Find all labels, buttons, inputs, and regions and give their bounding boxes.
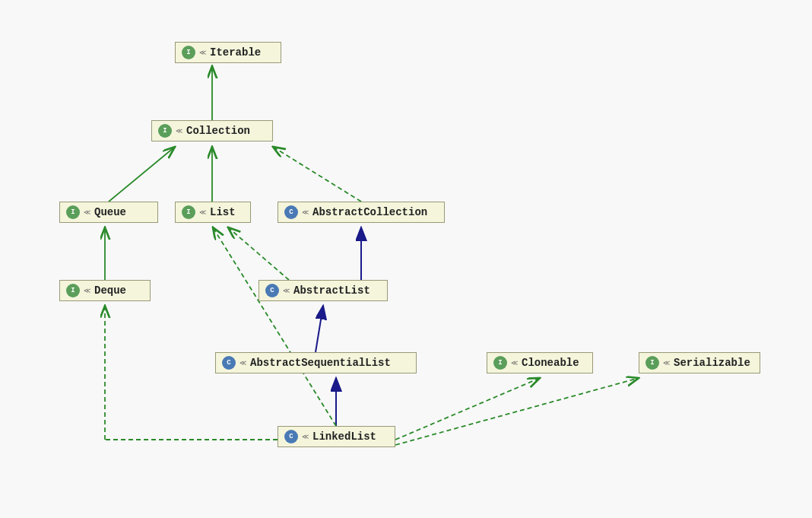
svg-line-12 [213, 227, 336, 426]
node-collection[interactable]: I ≪ Collection [151, 120, 273, 141]
badge-deque: I [66, 284, 80, 297]
label-collection: Collection [186, 125, 250, 137]
label-abstract-sequential-list: AbstractSequentialList [250, 357, 391, 369]
node-queue[interactable]: I ≪ Queue [59, 202, 158, 223]
badge-iterable: I [182, 46, 195, 59]
badge-abstract-list: C [265, 284, 279, 297]
badge-abstract-sequential-list: C [222, 356, 236, 370]
svg-line-13 [395, 378, 540, 440]
badge-queue: I [66, 205, 80, 219]
node-abstract-collection[interactable]: C ≪ AbstractCollection [278, 202, 445, 223]
label-abstract-collection: AbstractCollection [312, 206, 427, 218]
diagram-container: I ≪ Iterable I ≪ Collection I ≪ Queue I … [0, 0, 812, 518]
badge-serializable: I [645, 356, 659, 370]
node-serializable[interactable]: I ≪ Serializable [639, 352, 760, 373]
svg-line-6 [228, 227, 289, 280]
label-iterable: Iterable [210, 46, 261, 59]
label-list: List [210, 206, 236, 218]
label-queue: Queue [94, 206, 126, 218]
node-linked-list[interactable]: C ≪ LinkedList [278, 426, 395, 447]
badge-abstract-collection: C [284, 205, 298, 219]
badge-collection: I [158, 124, 172, 138]
label-abstract-list: AbstractList [293, 284, 370, 297]
badge-list: I [182, 205, 195, 219]
node-abstract-sequential-list[interactable]: C ≪ AbstractSequentialList [215, 352, 417, 373]
node-deque[interactable]: I ≪ Deque [59, 280, 151, 301]
svg-line-4 [273, 147, 361, 202]
node-list[interactable]: I ≪ List [175, 202, 251, 223]
svg-line-2 [109, 147, 175, 202]
label-serializable: Serializable [674, 357, 750, 369]
label-linked-list: LinkedList [312, 431, 376, 443]
label-deque: Deque [94, 284, 126, 297]
arrows-svg [0, 0, 812, 518]
svg-line-14 [395, 378, 639, 445]
badge-linked-list: C [284, 430, 298, 443]
node-iterable[interactable]: I ≪ Iterable [175, 42, 281, 63]
svg-line-8 [316, 306, 323, 352]
badge-cloneable: I [493, 356, 507, 370]
node-cloneable[interactable]: I ≪ Cloneable [487, 352, 593, 373]
node-abstract-list[interactable]: C ≪ AbstractList [259, 280, 388, 301]
label-cloneable: Cloneable [522, 357, 579, 369]
